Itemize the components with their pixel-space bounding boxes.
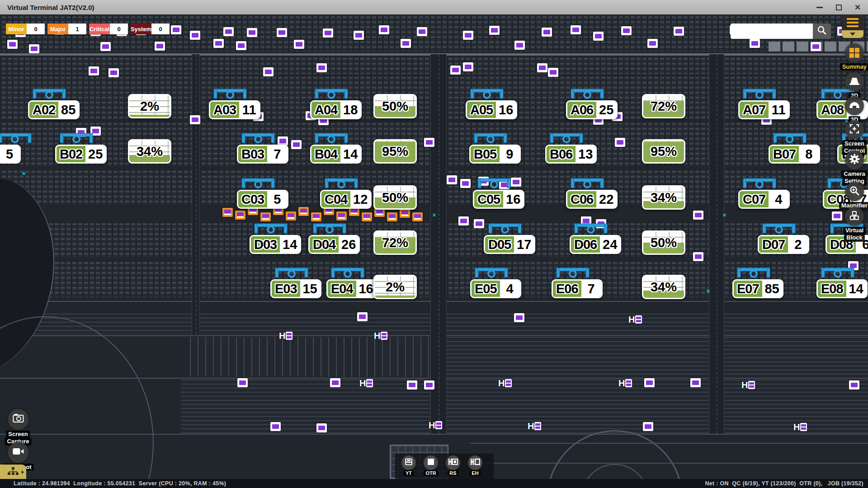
yard-truck-marker[interactable] — [108, 68, 119, 77]
yard-truck-marker[interactable] — [474, 219, 484, 228]
yard-block-E05[interactable]: E054 — [470, 279, 521, 298]
search-input[interactable] — [731, 23, 813, 39]
alarm-critical[interactable]: Critical 0 — [89, 23, 128, 34]
highlighted-truck-marker[interactable] — [286, 211, 296, 221]
yard-truck-marker[interactable] — [621, 26, 632, 35]
yard-block-E06[interactable]: E067 — [552, 279, 603, 298]
highlighted-truck-marker[interactable] — [412, 212, 423, 221]
yard-truck-marker[interactable] — [29, 44, 39, 53]
container-handler-marker[interactable]: H — [429, 421, 442, 430]
tool-screen-capture[interactable]: ScreenCapture — [5, 409, 31, 446]
yard-truck-marker[interactable] — [330, 378, 340, 387]
yard-truck-marker[interactable] — [514, 41, 525, 50]
yard-truck-marker[interactable] — [693, 211, 703, 220]
yard-truck-marker[interactable] — [236, 41, 246, 50]
layout-flyout-tab[interactable] — [0, 465, 26, 480]
occupancy-block[interactable]: 50% — [373, 94, 417, 118]
yard-block-B04[interactable]: B0414 — [310, 145, 362, 164]
yard-truck-marker[interactable] — [263, 67, 274, 76]
highlighted-truck-marker[interactable] — [387, 212, 397, 221]
container-handler-marker[interactable]: H — [528, 422, 541, 431]
yard-block-D03[interactable]: D0314 — [250, 235, 301, 254]
occupancy-block[interactable]: 2% — [373, 275, 417, 299]
yard-truck-marker[interactable] — [674, 27, 684, 36]
highlighted-truck-marker[interactable] — [298, 207, 309, 216]
yard-truck-marker[interactable] — [100, 42, 111, 51]
yard-truck-marker[interactable] — [463, 62, 473, 71]
yard-block-B02[interactable]: B0225 — [55, 145, 107, 164]
yard-truck-marker[interactable] — [316, 63, 327, 72]
yard-block-E03[interactable]: E0315 — [270, 279, 321, 298]
yard-truck-marker[interactable] — [463, 31, 473, 40]
yard-truck-marker[interactable] — [277, 28, 287, 37]
yard-truck-marker[interactable] — [190, 115, 200, 124]
highlighted-truck-marker[interactable] — [260, 212, 271, 221]
yard-truck-marker[interactable] — [548, 68, 558, 77]
occupancy-block[interactable]: 72% — [373, 230, 417, 255]
yard-block-D04[interactable]: D0426 — [308, 235, 360, 254]
yard-truck-marker[interactable] — [223, 27, 234, 36]
occupancy-block[interactable]: 34% — [642, 275, 685, 299]
tool-magnifier[interactable]: Magnifier — [839, 182, 868, 209]
alarm-system[interactable]: System 0 — [131, 23, 170, 34]
yard-truck-marker[interactable] — [407, 380, 417, 389]
alarm-minor[interactable]: Minor 0 — [6, 23, 45, 34]
terminal-yard-map[interactable]: A0285A0311A0418A0516A0625A0711A085B0225B… — [0, 14, 868, 479]
yard-block-A05[interactable]: A0516 — [466, 100, 517, 119]
yard-block-C05[interactable]: C0516 — [473, 190, 524, 209]
yard-truck-marker[interactable] — [190, 31, 200, 40]
yard-truck-marker[interactable] — [542, 28, 552, 37]
yard-truck-marker[interactable] — [450, 66, 461, 75]
main-menu[interactable] — [842, 15, 863, 38]
yard-truck-marker[interactable] — [401, 39, 411, 48]
yard-block-C07[interactable]: C074 — [738, 190, 790, 209]
yard-truck-marker[interactable] — [647, 39, 658, 48]
yard-truck-marker[interactable] — [294, 40, 304, 49]
highlighted-truck-marker[interactable] — [362, 212, 372, 221]
yard-truck-marker[interactable] — [511, 178, 521, 187]
yard-truck-marker[interactable] — [690, 378, 701, 387]
yard-block-C06[interactable]: C0622 — [566, 190, 618, 209]
yard-block-A04[interactable]: A0418 — [310, 100, 362, 119]
yard-block-A06[interactable]: A0625 — [566, 100, 618, 119]
container-handler-marker[interactable]: H — [359, 379, 373, 388]
yard-block-B07[interactable]: B078 — [769, 145, 820, 164]
occupancy-block[interactable]: 50% — [642, 230, 685, 255]
menu-dropdown-toggle[interactable] — [842, 30, 863, 38]
yard-truck-marker[interactable] — [593, 32, 604, 41]
close-button[interactable]: ✕ — [854, 3, 862, 11]
yard-truck-marker[interactable] — [811, 42, 821, 51]
yard-truck-marker[interactable] — [7, 40, 18, 49]
tool-3d[interactable]: 3D — [845, 96, 864, 123]
yard-truck-marker[interactable] — [832, 211, 842, 221]
yard-truck-marker[interactable] — [514, 313, 524, 322]
occupancy-block[interactable]: 2% — [128, 94, 171, 118]
yard-truck-marker[interactable] — [291, 140, 302, 149]
occupancy-block[interactable]: 95% — [642, 139, 685, 164]
yard-truck-marker[interactable] — [537, 63, 547, 72]
yard-block-A02[interactable]: A0285 — [28, 100, 80, 119]
yard-truck-marker[interactable] — [571, 25, 581, 34]
highlighted-truck-marker[interactable] — [311, 212, 321, 221]
occupancy-block[interactable]: 34% — [128, 139, 171, 164]
tool-2d[interactable]: 2D — [845, 72, 864, 99]
yard-block-B06[interactable]: B0613 — [545, 145, 597, 164]
yard-truck-marker[interactable] — [849, 380, 859, 389]
yard-truck-marker[interactable] — [447, 175, 457, 184]
yard-block-A03[interactable]: A0311 — [209, 100, 260, 119]
highlighted-truck-marker[interactable] — [222, 208, 233, 217]
tool-screen-control[interactable]: ScreenControl — [842, 120, 867, 155]
yard-truck-marker[interactable] — [278, 136, 288, 145]
yard-truck-marker[interactable] — [379, 25, 389, 34]
container-handler-marker[interactable]: H — [741, 380, 755, 389]
highlighted-truck-marker[interactable] — [336, 211, 347, 221]
yard-truck-marker[interactable] — [316, 423, 327, 432]
yard-block-C03[interactable]: C035 — [237, 190, 288, 209]
yard-truck-marker[interactable] — [417, 27, 427, 36]
occupancy-block[interactable]: 72% — [642, 94, 685, 118]
yard-truck-marker[interactable] — [615, 138, 625, 147]
yard-truck-marker[interactable] — [213, 39, 224, 48]
yard-block-A07[interactable]: A0711 — [738, 100, 790, 119]
yard-truck-marker[interactable] — [323, 28, 333, 38]
yard-block-B05[interactable]: B059 — [469, 145, 521, 164]
